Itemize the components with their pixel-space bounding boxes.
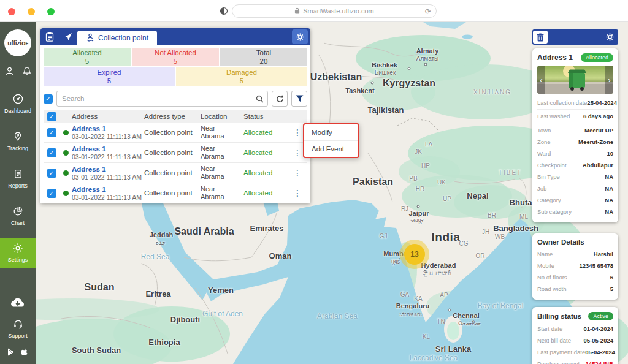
location-line1: Near [201,145,243,153]
address-type-cell: Collection point [144,149,201,156]
table-row[interactable]: Address 1 03-01-2022 11:11:13 AM Collect… [44,143,307,163]
owner-card-title: Owner Details [537,238,584,246]
privacy-shield-icon[interactable] [220,7,228,18]
window-minimize-button[interactable] [28,8,35,15]
search-input[interactable] [56,91,268,107]
col-location: Location [201,113,243,120]
field-label: Next bill date [537,337,571,344]
detail-field-row: Mobile 12345 65478 [537,260,613,271]
window-maximize-button[interactable] [47,8,55,15]
allocated-badge: Allocated [581,53,613,62]
owner-details-card: Owner Details Name Harshil Mobile 12345 … [532,233,618,300]
field-value: NA [605,173,613,180]
notifications-bell-icon[interactable] [22,66,32,79]
stat-label: Total [256,48,271,57]
table-row[interactable]: Address 1 03-01-2022 11:11:13 AM Collect… [44,123,307,143]
apple-icon[interactable] [21,347,29,358]
sidebar-item-reports[interactable]: Reports [0,165,36,192]
status-dot [63,191,69,196]
tracking-pin-icon [12,131,23,143]
stat-value: 5 [240,77,243,85]
status-filter-cell[interactable]: Total 20 [220,48,307,66]
list-tab-icon[interactable] [40,28,59,45]
carousel-next-button[interactable]: › [605,66,613,94]
window-close-button[interactable] [8,8,15,15]
col-status: Status [243,113,288,120]
play-store-icon[interactable] [7,348,15,357]
address-datetime: 03-01-2022 11:11:13 AM [72,153,144,161]
tab-label: Collection point [98,34,148,42]
table-row[interactable]: Address 1 03-01-2022 11:11:13 AM Collect… [44,163,307,183]
sidebar-item-support[interactable]: Support [7,318,29,339]
row-checkbox[interactable] [47,128,56,137]
detail-field-row: Road width 5 [537,283,613,295]
field-label: Road width [537,286,567,292]
field-value: 6 days ago [583,113,613,119]
field-label: Start date [537,325,562,332]
user-icon[interactable] [4,66,15,79]
table-header-row: Address Address type Location Status [44,110,307,123]
address-link[interactable]: Address 1 [72,145,144,153]
detail-field-row: Start date 01-04-2024 [537,323,613,335]
field-label: Town [537,127,551,134]
field-label: Bin Type [537,173,560,180]
select-all-checkbox[interactable] [44,94,53,104]
detail-field-row: Job NA [537,183,613,194]
sidebar-item-settings[interactable]: Settings [0,238,36,268]
field-value: Meerut-Zone [578,138,613,145]
bin-photo [537,66,613,94]
panel-settings-button[interactable] [292,29,308,44]
navigate-tab-icon[interactable] [59,28,77,45]
details-settings-button[interactable] [606,33,614,41]
row-checkbox[interactable] [47,189,56,198]
status-filter-cell[interactable]: Expired 5 [44,67,175,86]
address-datetime: 03-01-2022 11:11:13 AM [72,194,144,201]
location-line1: Near [201,185,243,193]
address-card-title: Address 1 [537,53,573,62]
location-line2: Abrama [201,153,243,161]
filter-button[interactable] [291,91,307,107]
status-dot [63,150,69,156]
lock-icon [294,7,300,15]
header-checkbox[interactable] [47,112,56,121]
reload-icon[interactable]: ⟳ [425,7,431,16]
delete-button[interactable] [533,31,548,44]
tab-collection-point[interactable]: Collection point [77,31,157,45]
field-value: 14524 INR [586,360,613,364]
collection-point-panel: Collection point Allocated 5 Not Allocat… [40,28,310,203]
row-menu-button[interactable]: ⋮ [288,189,307,197]
detail-field-row: Pending amount 14524 INR [537,358,613,364]
map-cluster-marker[interactable]: 13 [404,244,425,265]
address-link[interactable]: Address 1 [72,125,144,132]
bin-photo-carousel: ‹ › [537,66,613,94]
field-value: 05-05-2024 [583,337,613,344]
sidebar-item-chart[interactable]: Chart [0,203,36,229]
context-menu-item[interactable]: Add Event [304,141,358,157]
detail-field-row: Checkpoint Abdullapur [537,159,613,171]
stat-label: Not Allocated [155,48,196,57]
refresh-button[interactable] [272,91,288,107]
uffizio-logo[interactable]: uffizio▸ [4,29,31,56]
address-link[interactable]: Address 1 [72,186,144,193]
location-line1: Near [201,165,243,173]
status-filter-cell[interactable]: Not Allocated 5 [132,48,219,66]
address-link[interactable]: Address 1 [72,165,144,173]
table-row[interactable]: Address 1 03-01-2022 11:11:13 AM Collect… [44,183,307,203]
sidebar-item-tracking[interactable]: Tracking [0,128,36,154]
status-filter-cell[interactable]: Damaged 5 [176,67,307,86]
carousel-prev-button[interactable]: ‹ [537,66,545,94]
address-type-cell: Collection point [144,169,201,176]
field-label: No of floors [537,274,567,281]
row-menu-button[interactable]: ⋮ [288,169,307,177]
context-menu-item[interactable]: Modify [304,124,358,141]
status-cell: Allocated [243,169,288,176]
status-filter-cell[interactable]: Allocated 5 [44,48,131,66]
row-checkbox[interactable] [47,148,56,157]
row-checkbox[interactable] [47,169,56,178]
location-line2: Abrama [201,132,243,140]
field-value: NA [605,185,613,192]
field-label: Checkpoint [537,162,567,169]
sidebar-item-dashboard[interactable]: Dashboard [0,90,36,117]
address-bar[interactable]: SmartWaste.uffizio.com ⟳ [232,4,437,18]
cloud-download-icon[interactable] [10,297,26,309]
